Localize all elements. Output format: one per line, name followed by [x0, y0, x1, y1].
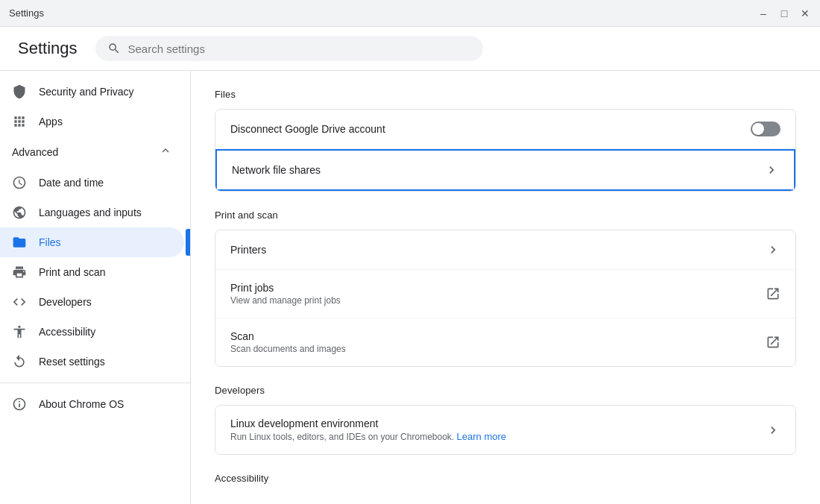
page-title: Settings [18, 39, 78, 58]
info-icon [12, 397, 27, 412]
sidebar-advanced-label: Advanced [12, 146, 58, 158]
chevron-right-icon [764, 163, 779, 177]
main-layout: Security and Privacy Apps Advanced [0, 71, 820, 504]
sidebar-item-languages[interactable]: Languages and inputs [0, 198, 184, 227]
accessibility-section: Accessibility [215, 473, 796, 484]
print-jobs-title: Print jobs [230, 282, 766, 294]
title-bar: Settings – □ ✕ [0, 0, 820, 27]
print-scan-section: Print and scan Printers Pr [215, 210, 796, 367]
network-file-shares-row[interactable]: Network file shares [215, 149, 795, 191]
scan-row[interactable]: Scan Scan documents and images [215, 318, 795, 366]
sidebar-item-accessibility-label: Accessibility [39, 326, 95, 338]
sidebar: Security and Privacy Apps Advanced [0, 71, 191, 504]
toggle-knob [752, 123, 764, 135]
apps-grid-icon [12, 114, 27, 129]
sidebar-item-security-label: Security and Privacy [39, 86, 134, 98]
print-jobs-content: Print jobs View and manage print jobs [230, 282, 766, 306]
print-scan-section-title: Print and scan [215, 210, 796, 221]
disconnect-google-drive-action [751, 122, 780, 136]
active-indicator [186, 229, 190, 256]
sidebar-item-accessibility[interactable]: Accessibility [0, 317, 184, 347]
chevron-up-icon [159, 144, 172, 160]
search-bar[interactable] [95, 36, 483, 61]
scan-action [766, 335, 780, 350]
maximize-button[interactable]: □ [778, 7, 790, 19]
print-jobs-subtitle: View and manage print jobs [230, 295, 766, 306]
print-icon [12, 265, 27, 280]
disconnect-google-drive-title: Disconnect Google Drive account [230, 123, 751, 135]
scan-title: Scan [230, 330, 766, 342]
developers-section: Developers Linux development environment… [215, 385, 796, 455]
developers-card: Linux development environment Run Linux … [215, 405, 796, 455]
sidebar-divider [0, 382, 190, 383]
linux-dev-action [766, 423, 780, 438]
sidebar-item-about[interactable]: About Chrome OS [0, 389, 184, 419]
search-icon [107, 42, 121, 55]
linux-dev-content: Linux development environment Run Linux … [230, 418, 766, 442]
network-file-shares-action [764, 163, 779, 177]
sidebar-item-security[interactable]: Security and Privacy [0, 77, 184, 107]
linux-dev-subtitle: Run Linux tools, editors, and IDEs on yo… [230, 431, 766, 442]
print-jobs-action [766, 286, 780, 301]
sidebar-item-apps-label: Apps [39, 116, 63, 127]
sidebar-item-developers-label: Developers [39, 296, 92, 308]
sidebar-item-languages-label: Languages and inputs [39, 207, 142, 218]
print-jobs-row[interactable]: Print jobs View and manage print jobs [215, 270, 795, 318]
external-link-icon [766, 286, 780, 301]
print-scan-card: Printers Print jobs View and manage prin… [215, 230, 796, 367]
sidebar-item-print-scan-label: Print and scan [39, 266, 106, 278]
chevron-right-icon [766, 242, 780, 257]
minimize-button[interactable]: – [757, 7, 769, 19]
chevron-right-icon [766, 423, 780, 438]
globe-icon [12, 205, 27, 220]
reset-icon [12, 354, 27, 369]
sidebar-advanced-header[interactable]: Advanced [0, 136, 184, 168]
sidebar-item-reset-label: Reset settings [39, 356, 105, 368]
sidebar-item-print-scan[interactable]: Print and scan [0, 257, 184, 287]
disconnect-google-drive-toggle[interactable] [751, 122, 780, 136]
code-icon [12, 294, 27, 309]
scan-subtitle: Scan documents and images [230, 344, 766, 354]
learn-more-link[interactable]: Learn more [457, 431, 506, 442]
printers-title: Printers [230, 244, 766, 256]
network-file-shares-content: Network file shares [232, 164, 764, 176]
close-button[interactable]: ✕ [799, 7, 811, 19]
files-section: Files Disconnect Google Drive account [215, 89, 796, 192]
linux-dev-title: Linux development environment [230, 418, 766, 429]
printers-row[interactable]: Printers [215, 230, 795, 270]
sidebar-item-developers[interactable]: Developers [0, 287, 184, 317]
content-area: Files Disconnect Google Drive account [191, 71, 820, 504]
accessibility-section-title: Accessibility [215, 473, 796, 484]
clock-icon [12, 175, 27, 190]
window-controls: – □ ✕ [757, 7, 811, 19]
header: Settings [0, 27, 820, 71]
files-card: Disconnect Google Drive account Network … [215, 109, 796, 192]
sidebar-item-files-label: Files [39, 236, 61, 248]
sidebar-item-date-time-label: Date and time [39, 177, 104, 189]
sidebar-item-date-time[interactable]: Date and time [0, 168, 184, 198]
scan-content: Scan Scan documents and images [230, 330, 766, 354]
sidebar-item-about-label: About Chrome OS [39, 398, 124, 410]
folder-icon [12, 235, 27, 250]
disconnect-google-drive-content: Disconnect Google Drive account [230, 123, 751, 135]
sidebar-item-apps[interactable]: Apps [0, 107, 184, 136]
linux-dev-row[interactable]: Linux development environment Run Linux … [215, 406, 795, 454]
accessibility-icon [12, 324, 27, 339]
printers-action [766, 242, 780, 257]
network-file-shares-title: Network file shares [232, 164, 764, 176]
search-input[interactable] [128, 42, 471, 55]
external-link-icon [766, 335, 780, 350]
disconnect-google-drive-row[interactable]: Disconnect Google Drive account [215, 110, 795, 149]
printers-content: Printers [230, 244, 766, 256]
window-title: Settings [9, 7, 44, 19]
sidebar-item-files[interactable]: Files [0, 227, 184, 257]
files-section-title: Files [215, 89, 796, 100]
developers-section-title: Developers [215, 385, 796, 396]
shield-icon [12, 84, 27, 99]
sidebar-item-reset[interactable]: Reset settings [0, 347, 184, 377]
